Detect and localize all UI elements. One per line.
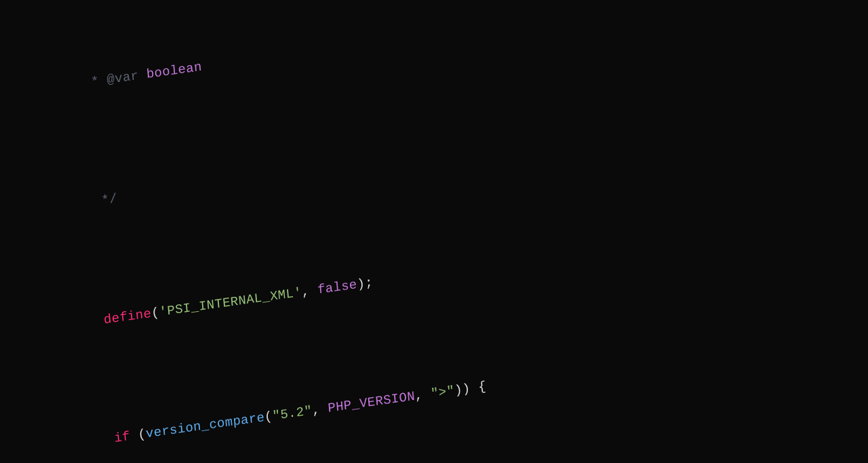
code-editor: * @var boolean */ define('PSI_INTERNAL_X… — [0, 0, 868, 463]
code-block: * @var boolean */ define('PSI_INTERNAL_X… — [0, 0, 868, 463]
comment-text: * — [83, 73, 108, 91]
